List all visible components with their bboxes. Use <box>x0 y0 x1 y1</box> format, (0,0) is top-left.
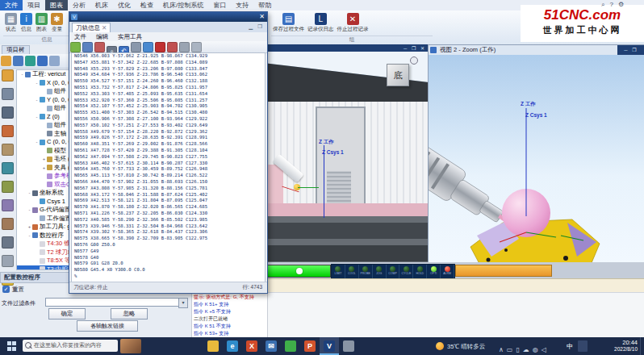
filter-input[interactable] <box>45 298 181 307</box>
wechat-taskbar-button[interactable] <box>281 337 300 355</box>
led-jog[interactable]: JOG <box>373 265 387 279</box>
search-icon[interactable]: ⌕ <box>601 1 604 8</box>
axis-link-button[interactable]: 各轴触发链接 <box>77 320 138 332</box>
led-alrm[interactable]: ALRM <box>441 265 454 279</box>
ribbon-tab-9[interactable]: 窗口 <box>208 0 231 10</box>
ribbon-tab-10[interactable]: 支持 <box>231 0 253 10</box>
view-home-icon[interactable] <box>410 56 418 65</box>
gcode-listing[interactable]: N0546 X56.003 Y-57.062 Z-21.925 B-98.067… <box>71 52 266 282</box>
mail-taskbar-button[interactable]: ✉ <box>261 337 281 355</box>
tray-app-icon[interactable] <box>578 340 588 352</box>
viewer-3d-taskbar-button[interactable] <box>339 337 358 355</box>
project-icon[interactable] <box>2 69 14 81</box>
ribbon-tab-4[interactable]: 分析 <box>68 0 90 10</box>
save-process-file-button[interactable]: ▤保存过程文件 <box>273 12 304 33</box>
led-cycle[interactable]: CYCLE <box>399 265 413 279</box>
search-box[interactable]: 在这里输入你要搜索的内容 <box>23 340 118 352</box>
monitor-icon[interactable] <box>2 88 14 100</box>
folder-red-icon[interactable] <box>2 125 14 137</box>
open-icon[interactable] <box>70 42 81 52</box>
tree-expander[interactable]: + <box>41 164 47 173</box>
logger-button[interactable]: L记录仪日志 <box>307 12 334 33</box>
undo-icon[interactable] <box>37 56 48 66</box>
feed-override-bar[interactable] <box>455 265 552 277</box>
single-step-icon[interactable] <box>13 56 23 66</box>
tab-row-window-controls[interactable]: ▁ ❐ <box>249 23 264 30</box>
measure-icon[interactable] <box>2 162 14 174</box>
variable-button[interactable]: ✱变量 <box>51 12 63 33</box>
weather-text[interactable]: 35℃ 晴转多云 <box>447 343 485 351</box>
tree-expander[interactable]: - <box>19 70 25 79</box>
print-icon[interactable] <box>131 42 141 52</box>
tree-expander[interactable]: + <box>41 155 47 164</box>
graphs-icon[interactable] <box>25 56 36 66</box>
run-ball-icon[interactable] <box>167 42 178 52</box>
stock-view-canvas[interactable]: Z 工作 Z Csys 1 <box>429 55 644 275</box>
help-icon[interactable]: ? <box>609 1 613 8</box>
hidden-icons-chevron[interactable]: ∧ <box>499 346 504 353</box>
onedrive-icon[interactable]: ☁ <box>523 346 529 353</box>
vericut-taskbar-button[interactable]: V <box>320 337 339 355</box>
tree-expander[interactable]: - <box>34 96 40 105</box>
excel-taskbar-button[interactable]: X <box>242 337 261 355</box>
ribbon-tab-6[interactable]: 优化 <box>113 0 136 10</box>
section-icon[interactable] <box>2 218 14 230</box>
weather-sun-icon[interactable] <box>436 342 444 350</box>
tree-expander[interactable]: - <box>27 232 32 240</box>
gears-icon[interactable] <box>2 199 14 211</box>
machine-sim-canvas[interactable]: Z 工作 Z Csys 1 底 <box>249 52 429 279</box>
tab-close-icon[interactable]: ✕ <box>102 24 107 31</box>
tree-expander[interactable]: - <box>27 206 32 215</box>
led-hold[interactable]: HOLD <box>413 265 427 279</box>
ribbon-tab-11[interactable]: 帮助 <box>253 0 276 10</box>
ribbon-tab-1[interactable]: 文件 <box>0 0 23 10</box>
led-probe[interactable]: PROBE <box>359 265 373 279</box>
options-icon[interactable] <box>191 42 202 52</box>
laptop-icon[interactable]: ▭ <box>507 346 513 353</box>
machine-window-controls[interactable]: ─ ❐ ✕ <box>404 45 426 51</box>
reset-checkbox[interactable]: ✓ <box>2 286 10 293</box>
show-desktop-button[interactable] <box>640 337 644 355</box>
wrench-icon[interactable] <box>2 236 14 248</box>
close-icon[interactable]: ✕ <box>259 13 265 20</box>
gcode-menu-2[interactable]: 编辑 <box>91 32 113 41</box>
tree-expander[interactable]: + <box>27 223 32 232</box>
filter-dropdown-arrow[interactable]: ▾ <box>178 298 188 308</box>
stock-window-controls[interactable]: ─ ❐ <box>617 45 644 55</box>
network-icon[interactable]: ◍ <box>533 346 538 353</box>
edge-browser-taskbar-button[interactable]: e <box>223 337 242 355</box>
info-button[interactable]: i信息 <box>20 12 32 33</box>
ribbon-tab-7[interactable]: 检查 <box>136 0 158 10</box>
powerpoint-taskbar-button[interactable]: P <box>300 337 320 355</box>
copy-icon[interactable] <box>179 42 190 52</box>
settings-icon[interactable]: ⚙ <box>618 1 624 8</box>
edit-icon[interactable] <box>94 42 105 52</box>
ok-button[interactable]: 确定 <box>48 308 86 320</box>
project-tree-tab[interactable]: 项目树 <box>2 45 30 54</box>
volume-icon[interactable]: ◁ <box>542 346 546 353</box>
sketch-icon[interactable] <box>2 181 14 193</box>
ribbon-tab-3[interactable]: 图表 <box>45 0 68 10</box>
redo-icon[interactable] <box>49 56 60 66</box>
tree-expander[interactable]: - <box>34 113 40 122</box>
ime-indicator[interactable]: 中 <box>567 342 573 351</box>
tree-expander[interactable]: - <box>27 189 32 198</box>
file-explorer-taskbar-button[interactable] <box>203 337 223 355</box>
battery-icon[interactable]: ▯ <box>516 346 519 353</box>
ignore-button[interactable]: 忽略 <box>111 308 148 320</box>
grid-icon[interactable] <box>2 255 14 267</box>
fixture-icon[interactable] <box>2 144 14 156</box>
chart-button[interactable]: ▥图表 <box>36 12 48 33</box>
led-opti[interactable]: OPTI <box>427 265 441 279</box>
status-button[interactable]: ▦状态 <box>5 12 17 33</box>
snapshot-icon[interactable] <box>2 106 14 119</box>
led-limit[interactable]: LIMIT <box>332 265 345 279</box>
start-button[interactable] <box>7 341 17 351</box>
ribbon-tab-5[interactable]: 机床 <box>90 0 113 10</box>
gcode-menu-3[interactable]: 实用工具 <box>113 32 147 41</box>
search-highlight-image[interactable] <box>120 339 141 353</box>
view-cube[interactable]: 底 <box>387 64 409 86</box>
layout-icon[interactable] <box>143 42 153 52</box>
ribbon-tab-8[interactable]: 机床/控制系统 <box>158 0 208 10</box>
gcode-titlebar[interactable]: V ✕ <box>69 12 267 22</box>
